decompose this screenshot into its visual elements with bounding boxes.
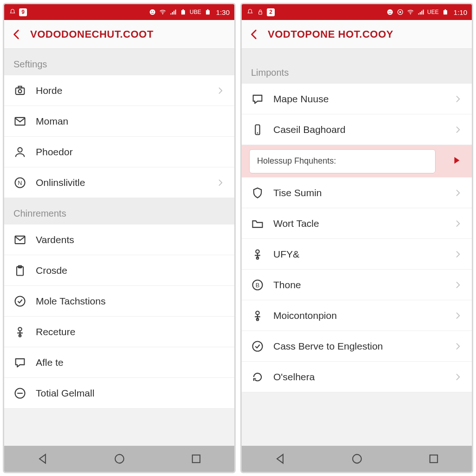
row-holessup-highlight[interactable]: Holessup Fhquhents: xyxy=(242,145,472,178)
highlight-pill: Holessup Fhquhents: xyxy=(249,149,436,173)
row-label: Holessup Fhquhents: xyxy=(257,156,336,166)
play-icon[interactable] xyxy=(451,155,462,167)
